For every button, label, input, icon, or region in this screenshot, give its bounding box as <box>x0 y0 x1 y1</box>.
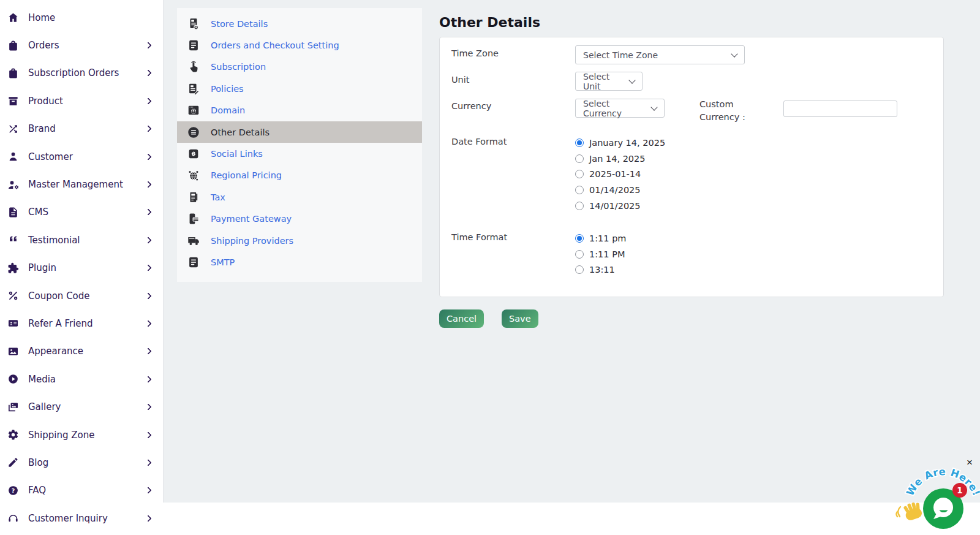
radio-date-format-5[interactable]: 14/01/2025 <box>575 198 665 214</box>
time-zone-select[interactable]: Select Time Zone <box>575 45 745 64</box>
shopping-bag-icon <box>7 40 19 51</box>
select-value: Select Unit <box>583 72 624 91</box>
chevron-right-icon <box>145 126 151 132</box>
sidebar-item-testimonial[interactable]: Testimonial <box>0 226 163 254</box>
sidebar-item-label: CMS <box>28 207 48 218</box>
sidebar-item-master-management[interactable]: Master Management <box>0 170 163 198</box>
chevron-right-icon <box>145 515 151 522</box>
gallery-icon <box>7 401 19 413</box>
chat-badge: 1 <box>952 483 967 498</box>
sidebar-item-customer[interactable]: Customer <box>0 143 163 170</box>
radio-icon <box>575 154 584 163</box>
sidebar-item-cms[interactable]: CMS <box>0 199 163 226</box>
radio-icon <box>575 202 584 210</box>
submenu-item-social-links[interactable]: Social Links <box>177 143 422 164</box>
submenu-item-other-details[interactable]: Other Details <box>177 121 422 143</box>
sidebar-item-orders[interactable]: Orders <box>0 31 163 59</box>
cancel-button[interactable]: Cancel <box>439 309 484 328</box>
unit-select[interactable]: Select Unit <box>575 72 643 91</box>
chat-badge-count: 1 <box>957 485 962 495</box>
circle-list-icon <box>187 126 200 139</box>
main-sidebar: Home Orders Subscription Orders Product … <box>0 0 163 535</box>
submenu-item-tax[interactable]: Tax <box>177 186 422 208</box>
sidebar-item-shipping-zone[interactable]: Shipping Zone <box>0 421 163 449</box>
radio-icon <box>575 265 584 274</box>
sidebar-item-coupon-code[interactable]: Coupon Code <box>0 282 163 309</box>
sidebar-item-faq[interactable]: FAQ <box>0 477 163 504</box>
play-circle-icon <box>7 373 19 385</box>
radio-label: 1:11 PM <box>589 249 625 259</box>
chevron-down-icon <box>650 104 657 110</box>
submenu-label: Policies <box>211 84 244 94</box>
sidebar-item-refer-a-friend[interactable]: Refer A Friend <box>0 309 163 337</box>
custom-currency-input[interactable] <box>783 101 897 117</box>
chevron-right-icon <box>145 292 151 299</box>
sidebar-item-customer-inquiry[interactable]: Customer Inquiry <box>0 504 163 532</box>
radio-time-format-3[interactable]: 13:11 <box>575 262 627 278</box>
shopping-bag-icon <box>7 67 19 79</box>
select-value: Select Time Zone <box>583 50 658 60</box>
sidebar-item-label: Home <box>28 12 55 23</box>
time-format-options: 1:11 pm 1:11 PM 13:11 <box>575 230 627 278</box>
sidebar-item-media[interactable]: Media <box>0 365 163 393</box>
chevron-right-icon <box>145 376 151 382</box>
submenu-item-smtp[interactable]: SMTP <box>177 251 422 273</box>
sidebar-item-home[interactable]: Home <box>0 4 163 31</box>
chevron-right-icon <box>145 70 151 77</box>
submenu-label: Orders and Checkout Setting <box>211 40 339 50</box>
sidebar-item-label: FAQ <box>28 485 46 496</box>
submenu-item-orders-and-checkout-setting[interactable]: Orders and Checkout Setting <box>177 34 422 56</box>
radio-time-format-2[interactable]: 1:11 PM <box>575 246 627 262</box>
submenu-item-shipping-providers[interactable]: Shipping Providers <box>177 230 422 251</box>
id-card-icon <box>7 317 19 329</box>
sidebar-item-label: Shipping Zone <box>28 430 94 441</box>
puzzle-icon <box>7 262 19 274</box>
sidebar-item-gallery[interactable]: Gallery <box>0 393 163 420</box>
submenu-item-payment-gateway[interactable]: Payment Gateway <box>177 208 422 230</box>
sidebar-item-brand[interactable]: Brand <box>0 115 163 143</box>
chevron-right-icon <box>145 431 151 438</box>
radio-date-format-4[interactable]: 01/14/2025 <box>575 182 665 198</box>
currency-select[interactable]: Select Currency <box>575 99 665 118</box>
submenu-item-policies[interactable]: Policies <box>177 78 422 99</box>
waving-hand-icon <box>897 500 924 521</box>
sidebar-item-blog[interactable]: Blog <box>0 449 163 476</box>
browser-globe-icon <box>187 104 200 117</box>
save-button[interactable]: Save <box>502 309 538 328</box>
radio-date-format-1[interactable]: January 14, 2025 <box>575 135 665 151</box>
sidebar-item-label: Orders <box>28 40 59 51</box>
submenu-item-domain[interactable]: Domain <box>177 100 422 121</box>
radio-label: January 14, 2025 <box>589 138 665 148</box>
submenu-label: SMTP <box>211 257 235 267</box>
chevron-right-icon <box>145 487 151 494</box>
sidebar-item-plugin[interactable]: Plugin <box>0 254 163 282</box>
submenu-item-regional-pricing[interactable]: Regional Pricing <box>177 165 422 186</box>
radio-date-format-3[interactable]: 2025-01-14 <box>575 167 665 183</box>
sidebar-item-label: Refer A Friend <box>28 318 93 329</box>
sidebar-item-label: Gallery <box>28 401 61 412</box>
sidebar-item-appearance[interactable]: Appearance <box>0 338 163 365</box>
sidebar-item-product[interactable]: Product <box>0 87 163 115</box>
radio-label: 2025-01-14 <box>589 169 641 179</box>
receipt-icon <box>187 191 200 204</box>
chevron-right-icon <box>145 403 151 410</box>
policies-document-icon <box>187 82 200 96</box>
radio-icon <box>575 138 584 147</box>
sidebar-item-label: Testimonial <box>28 235 80 246</box>
radio-date-format-2[interactable]: Jan 14, 2025 <box>575 151 665 167</box>
submenu-label: Shipping Providers <box>211 236 293 246</box>
mobile-payment-icon <box>187 212 200 226</box>
archive-box-icon <box>7 95 19 107</box>
chat-close-icon[interactable]: × <box>963 456 976 469</box>
submenu-item-store-details[interactable]: Store Details <box>177 13 422 34</box>
chevron-down-icon <box>731 50 737 57</box>
submenu-item-subscription[interactable]: Subscription <box>177 56 422 78</box>
currency-label: Currency <box>451 101 491 111</box>
sidebar-item-label: Media <box>28 374 56 385</box>
sidebar-item-label: Customer <box>28 151 73 162</box>
quote-icon <box>7 234 19 246</box>
radio-time-format-1[interactable]: 1:11 pm <box>575 230 627 246</box>
tap-hand-icon <box>187 60 200 74</box>
sidebar-item-subscription-orders[interactable]: Subscription Orders <box>0 59 163 87</box>
document-icon <box>7 207 19 218</box>
